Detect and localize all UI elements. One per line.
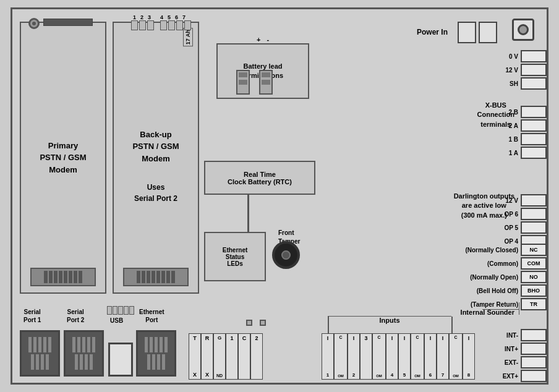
- right-terminal-strip: 0 V 12 V SH: [490, 49, 547, 90]
- ethernet-port-label: EthernetPort: [139, 308, 164, 324]
- serial-port-1-label: SerialPort 1: [23, 308, 41, 324]
- inputs-label: Inputs: [328, 317, 451, 324]
- terminal-int-minus: [521, 329, 547, 341]
- usb-connector: [108, 343, 133, 377]
- terminal-12v-1: [521, 64, 547, 76]
- power-in-label: Power In: [417, 28, 448, 36]
- usb-dip: [107, 306, 134, 315]
- dip-switch-numbers: 123 4567: [133, 14, 186, 20]
- led-indicators: [246, 320, 266, 326]
- rtc-battery: Real TimeClock Battery (RTC): [204, 161, 315, 195]
- terminal-1a: [521, 147, 547, 159]
- terminal-2b: [521, 106, 547, 118]
- serial-port-2-label: UsesSerial Port 2: [134, 182, 177, 204]
- front-tamper-switch: [272, 241, 300, 269]
- trx-terminal-block: T X R X G ND 1 C 2: [189, 333, 263, 380]
- power-in-circular: [512, 19, 534, 41]
- pcb-board: PrimaryPSTN / GSMModem 17 Ah Back-upPSTN…: [11, 7, 548, 385]
- backup-modem: 17 Ah Back-upPSTN / GSMModem UsesSerial …: [113, 22, 199, 294]
- terminal-no: NO: [521, 271, 547, 283]
- terminal-tr: TR: [521, 298, 547, 310]
- sounder-input-terminals: INT- INT+ EXT- EXT+: [490, 328, 547, 383]
- terminal-sh: [521, 77, 547, 90]
- power-in-connectors: [458, 22, 497, 43]
- top-connector-strip: [43, 19, 93, 26]
- top-tamper-component: [25, 14, 43, 33]
- terminal-bho: BHO: [521, 284, 547, 297]
- terminal-12v-op: [521, 194, 547, 207]
- relay-terminals: (Normally Closed) NC (Common) COM (Norma…: [456, 243, 547, 311]
- terminal-ext-plus: [521, 370, 547, 382]
- serial-port-2-connector: [64, 330, 104, 377]
- terminal-0v: [521, 50, 547, 62]
- terminal-com: COM: [521, 257, 547, 270]
- serial-port-2-bottom-label: SerialPort 2: [67, 308, 84, 324]
- rtc-label: Real TimeClock Battery (RTC): [228, 171, 292, 185]
- xbus-terminals: 2 B 2 A 1 B 1 A: [490, 105, 547, 160]
- terminal-1b: [521, 133, 547, 145]
- terminal-nc: NC: [521, 244, 547, 256]
- backup-modem-label: Back-upPSTN / GSMModem: [127, 124, 184, 170]
- battery-terminals: +- Battery leadterminations: [216, 43, 309, 99]
- usb-label: USB: [110, 317, 123, 324]
- darlington-terminals: 12 V OP 6 OP 5 OP 4: [490, 194, 547, 248]
- terminal-ext-minus: [521, 356, 547, 369]
- terminal-0v-label: 0 V: [490, 53, 521, 60]
- ethernet-connector: [136, 330, 176, 377]
- bho-label: (Bell Hold Off): [456, 288, 521, 294]
- terminal-op5: [521, 221, 547, 234]
- battery-capacity: 17 Ah: [183, 28, 193, 46]
- terminal-12v-1-label: 12 V: [490, 67, 521, 74]
- primary-modem: PrimaryPSTN / GSMModem: [20, 22, 106, 294]
- inputs-terminal-block: I 1 C OM I 2 3 C OM I 4 I 5: [322, 333, 475, 380]
- nc-label: (Normally Closed): [456, 247, 521, 254]
- terminal-int-plus: [521, 343, 547, 355]
- ethernet-status-leds: EthernetStatusLEDs: [204, 232, 266, 281]
- ethernet-leds-label: EthernetStatusLEDs: [223, 247, 248, 267]
- primary-modem-label: PrimaryPSTN / GSMModem: [35, 135, 91, 181]
- serial-port-1-connector: [20, 330, 60, 377]
- dip-switches: [131, 20, 191, 30]
- terminal-op6: [521, 208, 547, 220]
- terminal-sh-label: SH: [490, 80, 521, 87]
- no-label: (Normally Open): [456, 274, 521, 281]
- terminal-2a: [521, 119, 547, 132]
- tr-label: (Tamper Return): [456, 301, 521, 308]
- com-label: (Common): [456, 260, 521, 267]
